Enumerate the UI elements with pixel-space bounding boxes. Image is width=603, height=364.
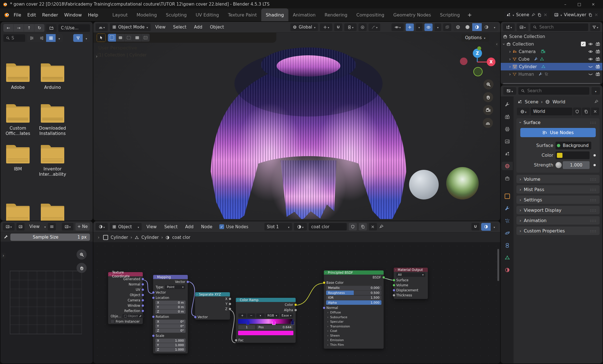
active-stop-color-swatch[interactable] [238,331,293,335]
panel-grip-icon[interactable]: :::: [590,120,597,125]
proportional-falloff-dropdown[interactable] [369,23,380,31]
socket-fac-in[interactable] [235,339,238,342]
socket-scale[interactable] [152,334,155,337]
use-nodes-button[interactable]: Use Nodes [520,128,596,137]
outliner-row-scene-collection[interactable]: Scene Collection [501,33,602,40]
stop-index-field[interactable]: 1 [238,325,255,329]
outliner-row-collection[interactable]: Collection ✓ [501,40,602,48]
properties-search-input[interactable] [518,87,589,95]
shader-menu-node[interactable]: Node [198,224,215,229]
socket-generated[interactable] [141,278,144,280]
snapping-dropdown[interactable] [344,23,357,31]
folder-custom-office-templates[interactable]: Custom Offic...lates [1,106,35,137]
vertical-list-button[interactable] [27,34,37,42]
world-browse-button[interactable] [517,108,530,115]
gown-3d-model[interactable] [177,35,440,219]
section-transmission[interactable]: Transmission [324,324,384,329]
socket-reflection[interactable] [141,310,144,312]
image-menu-view[interactable]: View [27,224,42,229]
mode-dropdown[interactable]: Object Mode [110,23,151,31]
node-color-ramp[interactable]: Color Ramp Color Alpha + − RGB Ease 1 [236,298,296,343]
refresh-button[interactable]: ↻ [34,24,44,32]
close-button[interactable]: × [586,2,600,6]
node-principled-bsdf[interactable]: Principled BSDF BSDF Base Color Metallic… [324,270,384,349]
panel-settings[interactable]: Settings:::: [516,196,600,204]
socket-camera[interactable] [141,299,144,302]
use-nodes-checkbox[interactable]: ✓ Use Nodes [219,224,248,229]
gizmo-z-axis[interactable]: Z [473,49,482,58]
socket-location[interactable] [152,296,155,299]
socket-normal[interactable] [323,306,326,309]
tab-data-properties[interactable] [502,253,513,262]
folder-clipped-2[interactable] [35,206,70,221]
folder-adobe[interactable]: Adobe [1,66,35,90]
socket-vector-in[interactable] [194,316,197,318]
breadcrumb-material[interactable]: coat clor [172,235,190,240]
rendered-shading-button[interactable] [482,23,491,31]
socket-uv[interactable] [141,288,144,291]
camera-view-button[interactable] [483,105,493,115]
socket-base-color[interactable] [323,281,326,284]
socket-rotation[interactable] [152,315,155,318]
gizmo-x-negative[interactable] [460,58,467,65]
new-viewlayer-icon[interactable] [588,13,592,17]
tab-scripting[interactable]: Scripting [435,8,464,21]
location-z-field[interactable]: Z0 m [155,310,186,314]
properties-editor-type-button[interactable] [503,87,516,95]
image-pin-menu-button[interactable] [48,223,56,230]
animate-color-dot[interactable] [593,154,596,156]
gizmos-toggle[interactable] [406,23,414,31]
new-image-button[interactable]: +Ne [75,223,90,230]
rotation-x-field[interactable]: X0° [155,320,186,324]
socket-object[interactable] [141,294,144,296]
rotation-y-field[interactable]: Y0° [155,324,186,328]
outliner-row-human[interactable]: Human [501,70,602,78]
node-mapping[interactable]: Mapping Vector Type: Point Vector Locati… [153,275,188,354]
socket-bsdf-out[interactable] [382,276,385,279]
tab-texture-paint[interactable]: Texture Paint [224,8,261,21]
hide-eye-icon[interactable] [588,42,593,46]
active-tool-icon[interactable] [97,34,106,42]
output-target-dropdown[interactable]: All [396,273,425,277]
color-ramp-gradient[interactable] [238,319,293,324]
location-x-field[interactable]: X0 m [155,301,186,305]
section-specular[interactable]: Specular [324,320,384,324]
folder-arduino[interactable]: Arduino [35,66,70,90]
outliner-scrollbar[interactable] [503,83,600,84]
wireframe-shading-button[interactable] [453,23,463,31]
color-swatch[interactable] [557,153,562,158]
image-canvas[interactable]: › [1,242,93,363]
file-search-input[interactable]: S [3,34,25,42]
scale-x-field[interactable]: X1.000 [155,339,186,343]
world-color-field[interactable] [555,151,590,159]
shading-caret[interactable] [491,23,498,31]
render-camera-icon[interactable] [595,49,600,54]
node-separate-xyz[interactable]: Separate XYZ X Y Z Vector [195,292,230,320]
outliner-search-field[interactable] [539,24,586,30]
tab-uv-editing[interactable]: UV Editing [191,8,223,21]
object-picker-field[interactable]: Object [122,314,144,318]
metallic-slider[interactable]: Metallic0.000 [326,286,381,290]
strength-value-slider[interactable]: 1.000 [563,161,590,169]
outliner-filter-button[interactable] [590,23,600,31]
pan-hand-button[interactable] [77,263,87,273]
pan-hand-button[interactable] [483,92,493,102]
interpolation-dropdown[interactable]: Ease [280,313,293,318]
socket-normal[interactable] [141,283,144,286]
gizmos-caret[interactable] [416,23,422,31]
breadcrumb-object[interactable]: Cylinder [111,235,128,240]
material-slot-dropdown[interactable]: Slot 1 [264,223,292,230]
shader-menu-view[interactable]: View [144,224,160,229]
socket-color-out[interactable] [294,303,297,306]
collapse-icon[interactable] [236,299,240,301]
solid-shading-button[interactable] [463,23,472,31]
proportional-editing-toggle[interactable] [359,23,367,31]
roughness-slider[interactable]: Roughness0.500 [326,291,381,295]
socket-vector-in[interactable] [152,291,155,294]
material-browse-button[interactable] [294,223,307,230]
viewport-menu-add[interactable]: Add [191,25,205,30]
surface-panel-header[interactable]: Surface :::: [516,118,600,127]
shader-menu-select[interactable]: Select [162,224,181,229]
fake-user-shield-button[interactable] [573,108,581,115]
hidden-eye-closed-icon[interactable] [588,64,593,69]
